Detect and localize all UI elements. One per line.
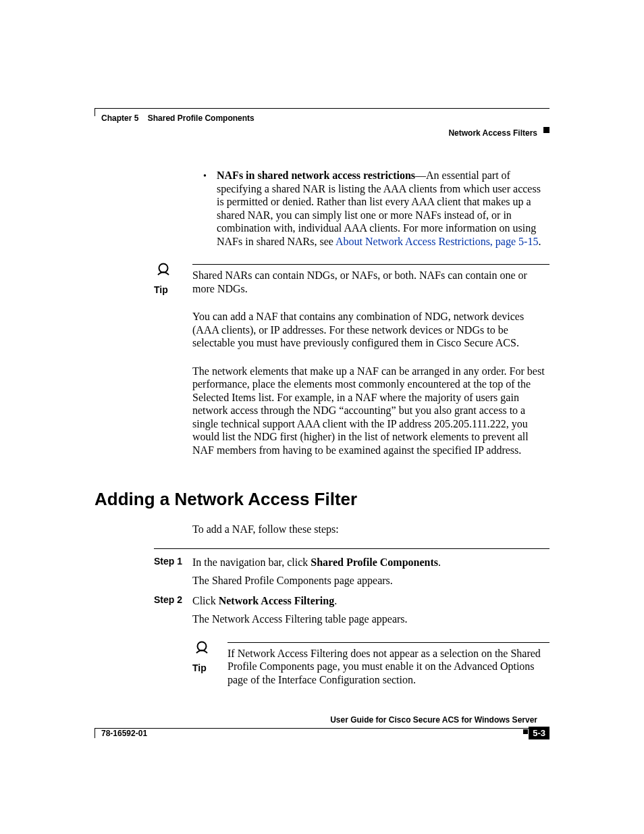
page-content: • NAFs in shared network access restrict… <box>95 169 549 686</box>
tip-rule <box>192 264 549 265</box>
bullet-icon: • <box>203 170 207 182</box>
bullet-item: • NAFs in shared network access restrict… <box>192 169 549 248</box>
header-tick <box>95 108 95 116</box>
cross-reference-link[interactable]: About Network Access Restrictions, page … <box>336 236 538 247</box>
tip-rule <box>227 642 549 643</box>
paragraph: The network elements that make up a NAF … <box>192 365 549 457</box>
tip-icon <box>192 640 211 659</box>
bullet-text: NAFs in shared network access restrictio… <box>217 169 549 248</box>
step-text: In the navigation bar, click <box>192 556 311 568</box>
step-bold: Shared Profile Components <box>311 556 438 568</box>
paragraph: You can add a NAF that contains any comb… <box>192 310 549 350</box>
chapter-label: Chapter 5 <box>101 113 138 123</box>
step-bold: Network Access Filtering <box>219 595 335 606</box>
running-header-right: Network Access Filters <box>448 128 537 138</box>
footer-square-icon <box>523 729 528 734</box>
tip-icon <box>154 261 173 281</box>
footer-tick <box>95 729 95 738</box>
svg-point-0 <box>159 264 168 273</box>
running-header-left: Chapter 5 Shared Profile Components <box>101 113 254 123</box>
tip-callout: Tip Shared NARs can contain NDGs, or NAF… <box>154 264 549 295</box>
tip-callout: Tip If Network Access Filtering does not… <box>192 642 549 687</box>
header-rule <box>95 108 549 109</box>
step-text: . <box>438 556 441 568</box>
step-1: Step 1 In the navigation bar, click Shar… <box>154 556 549 588</box>
svg-point-1 <box>198 642 207 650</box>
step-text: . <box>334 595 337 606</box>
step-result: The Shared Profile Components page appea… <box>192 574 549 588</box>
tip-label: Tip <box>192 662 207 674</box>
step-2: Step 2 Click Network Access Filtering. T… <box>154 594 549 687</box>
footer-guide-title: User Guide for Cisco Secure ACS for Wind… <box>330 715 537 725</box>
footer-doc-number: 78-16592-01 <box>101 729 147 738</box>
footer-page-number: 5-3 <box>529 727 549 739</box>
footer-rule <box>95 728 549 729</box>
step-body: Click Network Access Filtering. The Netw… <box>192 594 549 687</box>
step-text: Click <box>192 595 219 606</box>
document-page: Chapter 5 Shared Profile Components Netw… <box>0 0 644 834</box>
tip-text: Shared NARs can contain NDGs, or NAFs, o… <box>192 269 549 295</box>
header-square-icon <box>543 127 549 133</box>
section-heading: Adding a Network Access Filter <box>95 489 549 511</box>
intro-paragraph: To add a NAF, follow these steps: <box>192 523 549 536</box>
chapter-title: Shared Profile Components <box>148 113 254 123</box>
steps-rule <box>154 548 549 549</box>
bullet-after-link: . <box>538 236 541 247</box>
step-result: The Network Access Filtering table page … <box>192 613 549 626</box>
tip-text: If Network Access Filtering does not app… <box>227 647 549 687</box>
tip-label: Tip <box>154 284 168 296</box>
step-label: Step 1 <box>154 556 182 567</box>
bullet-lead: NAFs in shared network access restrictio… <box>217 170 415 181</box>
step-body: In the navigation bar, click Shared Prof… <box>192 556 549 588</box>
step-label: Step 2 <box>154 594 182 606</box>
